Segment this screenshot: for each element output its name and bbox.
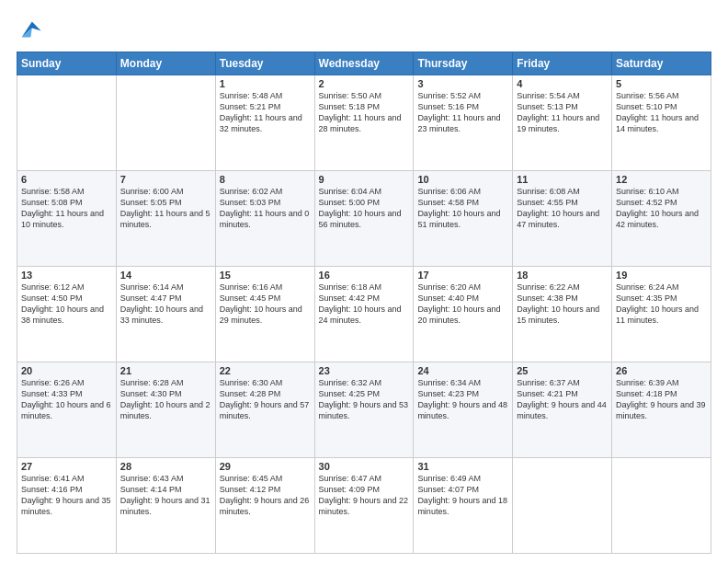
weekday-friday: Friday <box>513 52 612 75</box>
day-number: 4 <box>517 78 608 89</box>
day-number: 12 <box>616 174 707 185</box>
day-info: Sunrise: 6:06 AM Sunset: 4:58 PM Dayligh… <box>417 186 508 231</box>
day-cell: 1Sunrise: 5:48 AM Sunset: 5:21 PM Daylig… <box>215 75 314 171</box>
day-number: 6 <box>21 174 112 185</box>
day-cell: 19Sunrise: 6:24 AM Sunset: 4:35 PM Dayli… <box>612 267 711 362</box>
day-info: Sunrise: 6:45 AM Sunset: 4:12 PM Dayligh… <box>220 473 311 518</box>
day-info: Sunrise: 6:39 AM Sunset: 4:18 PM Dayligh… <box>616 377 707 422</box>
day-cell: 12Sunrise: 6:10 AM Sunset: 4:52 PM Dayli… <box>612 171 711 267</box>
day-number: 10 <box>417 174 508 185</box>
weekday-wednesday: Wednesday <box>314 52 414 75</box>
day-cell: 20Sunrise: 6:26 AM Sunset: 4:33 PM Dayli… <box>17 362 117 458</box>
day-info: Sunrise: 6:22 AM Sunset: 4:38 PM Dayligh… <box>517 282 608 327</box>
weekday-thursday: Thursday <box>414 52 513 75</box>
header <box>17 17 711 42</box>
day-info: Sunrise: 5:54 AM Sunset: 5:13 PM Dayligh… <box>517 90 608 135</box>
day-number: 28 <box>120 461 211 472</box>
day-number: 31 <box>417 461 508 472</box>
day-cell: 27Sunrise: 6:41 AM Sunset: 4:16 PM Dayli… <box>17 458 117 554</box>
day-cell: 10Sunrise: 6:06 AM Sunset: 4:58 PM Dayli… <box>414 171 513 267</box>
day-cell: 17Sunrise: 6:20 AM Sunset: 4:40 PM Dayli… <box>414 267 513 362</box>
weekday-monday: Monday <box>116 52 215 75</box>
week-row-1: 1Sunrise: 5:48 AM Sunset: 5:21 PM Daylig… <box>17 75 711 171</box>
page: SundayMondayTuesdayWednesdayThursdayFrid… <box>0 0 728 563</box>
day-cell: 31Sunrise: 6:49 AM Sunset: 4:07 PM Dayli… <box>414 458 513 554</box>
week-row-5: 27Sunrise: 6:41 AM Sunset: 4:16 PM Dayli… <box>17 458 711 554</box>
day-cell: 16Sunrise: 6:18 AM Sunset: 4:42 PM Dayli… <box>314 267 414 362</box>
day-number: 14 <box>120 270 211 281</box>
day-cell: 3Sunrise: 5:52 AM Sunset: 5:16 PM Daylig… <box>414 75 513 171</box>
day-cell: 11Sunrise: 6:08 AM Sunset: 4:55 PM Dayli… <box>513 171 612 267</box>
day-number: 23 <box>319 365 410 376</box>
day-number: 18 <box>517 270 608 281</box>
day-info: Sunrise: 6:34 AM Sunset: 4:23 PM Dayligh… <box>417 377 508 422</box>
day-number: 3 <box>417 78 508 89</box>
day-cell: 4Sunrise: 5:54 AM Sunset: 5:13 PM Daylig… <box>513 75 612 171</box>
day-number: 8 <box>220 174 311 185</box>
day-cell: 8Sunrise: 6:02 AM Sunset: 5:03 PM Daylig… <box>215 171 314 267</box>
day-info: Sunrise: 6:12 AM Sunset: 4:50 PM Dayligh… <box>21 282 112 327</box>
day-cell: 18Sunrise: 6:22 AM Sunset: 4:38 PM Dayli… <box>513 267 612 362</box>
day-number: 1 <box>220 78 311 89</box>
day-info: Sunrise: 6:26 AM Sunset: 4:33 PM Dayligh… <box>21 377 112 422</box>
day-number: 30 <box>319 461 410 472</box>
day-number: 7 <box>120 174 211 185</box>
day-cell: 23Sunrise: 6:32 AM Sunset: 4:25 PM Dayli… <box>314 362 414 458</box>
day-info: Sunrise: 6:20 AM Sunset: 4:40 PM Dayligh… <box>417 282 508 327</box>
day-info: Sunrise: 6:49 AM Sunset: 4:07 PM Dayligh… <box>417 473 508 518</box>
weekday-header-row: SundayMondayTuesdayWednesdayThursdayFrid… <box>17 52 711 75</box>
day-number: 2 <box>319 78 410 89</box>
day-cell: 30Sunrise: 6:47 AM Sunset: 4:09 PM Dayli… <box>314 458 414 554</box>
day-number: 20 <box>21 365 112 376</box>
day-number: 22 <box>220 365 311 376</box>
logo <box>17 17 46 42</box>
calendar-table: SundayMondayTuesdayWednesdayThursdayFrid… <box>17 52 711 554</box>
day-cell: 9Sunrise: 6:04 AM Sunset: 5:00 PM Daylig… <box>314 171 414 267</box>
day-number: 5 <box>616 78 707 89</box>
day-cell: 26Sunrise: 6:39 AM Sunset: 4:18 PM Dayli… <box>612 362 711 458</box>
day-info: Sunrise: 6:00 AM Sunset: 5:05 PM Dayligh… <box>120 186 211 231</box>
day-cell: 22Sunrise: 6:30 AM Sunset: 4:28 PM Dayli… <box>215 362 314 458</box>
day-cell: 29Sunrise: 6:45 AM Sunset: 4:12 PM Dayli… <box>215 458 314 554</box>
day-number: 16 <box>319 270 410 281</box>
day-info: Sunrise: 6:24 AM Sunset: 4:35 PM Dayligh… <box>616 282 707 327</box>
day-info: Sunrise: 6:14 AM Sunset: 4:47 PM Dayligh… <box>120 282 211 327</box>
day-info: Sunrise: 5:58 AM Sunset: 5:08 PM Dayligh… <box>21 186 112 231</box>
day-number: 27 <box>21 461 112 472</box>
day-cell <box>17 75 117 171</box>
day-cell: 14Sunrise: 6:14 AM Sunset: 4:47 PM Dayli… <box>116 267 215 362</box>
day-number: 25 <box>517 365 608 376</box>
day-cell: 24Sunrise: 6:34 AM Sunset: 4:23 PM Dayli… <box>414 362 513 458</box>
day-info: Sunrise: 6:28 AM Sunset: 4:30 PM Dayligh… <box>120 377 211 422</box>
day-info: Sunrise: 5:50 AM Sunset: 5:18 PM Dayligh… <box>319 90 410 135</box>
weekday-saturday: Saturday <box>612 52 711 75</box>
day-cell: 13Sunrise: 6:12 AM Sunset: 4:50 PM Dayli… <box>17 267 117 362</box>
day-number: 26 <box>616 365 707 376</box>
day-cell <box>513 458 612 554</box>
week-row-3: 13Sunrise: 6:12 AM Sunset: 4:50 PM Dayli… <box>17 267 711 362</box>
day-cell <box>116 75 215 171</box>
day-number: 13 <box>21 270 112 281</box>
day-number: 15 <box>220 270 311 281</box>
day-info: Sunrise: 6:16 AM Sunset: 4:45 PM Dayligh… <box>220 282 311 327</box>
day-cell: 7Sunrise: 6:00 AM Sunset: 5:05 PM Daylig… <box>116 171 215 267</box>
day-cell: 25Sunrise: 6:37 AM Sunset: 4:21 PM Dayli… <box>513 362 612 458</box>
day-cell: 5Sunrise: 5:56 AM Sunset: 5:10 PM Daylig… <box>612 75 711 171</box>
day-info: Sunrise: 6:43 AM Sunset: 4:14 PM Dayligh… <box>120 473 211 518</box>
day-info: Sunrise: 6:47 AM Sunset: 4:09 PM Dayligh… <box>319 473 410 518</box>
logo-icon <box>17 17 42 42</box>
weekday-tuesday: Tuesday <box>215 52 314 75</box>
day-info: Sunrise: 5:52 AM Sunset: 5:16 PM Dayligh… <box>417 90 508 135</box>
day-info: Sunrise: 6:02 AM Sunset: 5:03 PM Dayligh… <box>220 186 311 231</box>
day-info: Sunrise: 5:48 AM Sunset: 5:21 PM Dayligh… <box>220 90 311 135</box>
day-info: Sunrise: 5:56 AM Sunset: 5:10 PM Dayligh… <box>616 90 707 135</box>
day-number: 9 <box>319 174 410 185</box>
day-number: 21 <box>120 365 211 376</box>
day-number: 19 <box>616 270 707 281</box>
day-info: Sunrise: 6:32 AM Sunset: 4:25 PM Dayligh… <box>319 377 410 422</box>
day-info: Sunrise: 6:04 AM Sunset: 5:00 PM Dayligh… <box>319 186 410 231</box>
day-cell: 28Sunrise: 6:43 AM Sunset: 4:14 PM Dayli… <box>116 458 215 554</box>
day-info: Sunrise: 6:30 AM Sunset: 4:28 PM Dayligh… <box>220 377 311 422</box>
day-info: Sunrise: 6:41 AM Sunset: 4:16 PM Dayligh… <box>21 473 112 518</box>
day-number: 17 <box>417 270 508 281</box>
